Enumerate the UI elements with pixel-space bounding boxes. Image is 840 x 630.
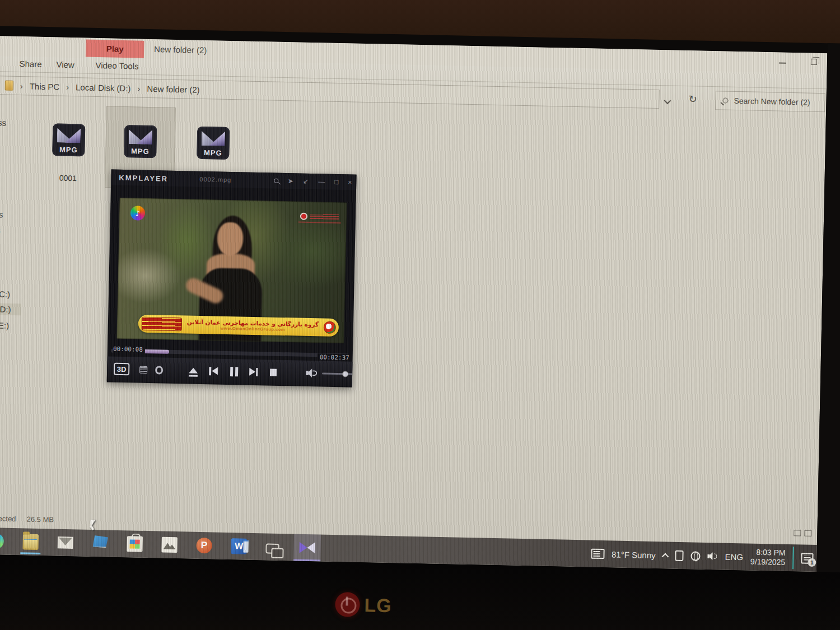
contextual-tab-play[interactable]: Play xyxy=(86,40,144,58)
minimize-button[interactable] xyxy=(779,62,786,63)
kmplayer-logo: KMPLAYER xyxy=(119,173,168,183)
sidebar-item-downloads[interactable]: ads xyxy=(0,225,1,235)
ad-banner-logo-icon xyxy=(324,321,336,334)
pause-button[interactable] xyxy=(230,367,238,376)
mpg-type-badge: MPG xyxy=(197,148,229,157)
search-icon xyxy=(722,97,728,103)
breadcrumb-separator: › xyxy=(64,82,71,91)
powerpoint-icon[interactable]: P xyxy=(196,538,212,554)
previous-button[interactable] xyxy=(209,367,218,375)
search-box[interactable]: Search New folder (2) xyxy=(715,91,825,112)
thumbnail-view-button[interactable] xyxy=(804,530,811,536)
breadcrumb-drive[interactable]: Local Disk (D:) xyxy=(76,82,131,93)
file-explorer-icon[interactable] xyxy=(22,534,39,550)
kmplayer-media-title: 0002.mpg xyxy=(199,176,231,183)
clock-time: 8:03 PM xyxy=(750,547,786,558)
sidebar-item-disk-e[interactable]: sk (E:) xyxy=(0,320,9,330)
mpg-logo-icon xyxy=(137,129,153,144)
open-app-indicator xyxy=(20,552,40,554)
player-search-icon[interactable] xyxy=(274,179,278,183)
tab-video-tools[interactable]: Video Tools xyxy=(95,60,138,71)
open-eject-button[interactable] xyxy=(189,368,198,374)
stop-button[interactable] xyxy=(270,368,277,376)
lg-logo: LG xyxy=(335,592,392,618)
folder-icon xyxy=(5,81,13,91)
mpg-logo-icon xyxy=(209,131,226,146)
mpg-type-badge: MPG xyxy=(124,147,156,156)
details-view-button[interactable] xyxy=(794,530,801,536)
breadcrumb-this-pc[interactable]: This PC xyxy=(30,81,60,91)
refresh-icon[interactable]: ↻ xyxy=(688,93,697,105)
breadcrumb-separator: › xyxy=(135,83,142,93)
volume-icon[interactable] xyxy=(306,368,314,377)
next-button[interactable] xyxy=(249,367,258,376)
ad-banner-redbox xyxy=(142,317,182,332)
language-indicator[interactable]: ENG xyxy=(725,552,743,562)
mpg-type-badge: MPG xyxy=(52,145,85,154)
window-title: New folder (2) xyxy=(154,44,207,55)
tray-divider xyxy=(792,547,794,569)
screen: Play New folder (2) e Share View Video T… xyxy=(0,36,827,572)
sidebar-item-disk-d[interactable]: sk (D:) xyxy=(0,303,21,315)
volume-slider[interactable] xyxy=(322,370,352,378)
kmplayer-icon xyxy=(299,540,315,556)
this-pc-icon[interactable] xyxy=(92,535,108,552)
seek-progress-fill xyxy=(143,349,169,354)
monitor: Play New folder (2) e Share View Video T… xyxy=(0,26,840,630)
file-mpg-3[interactable]: MPG xyxy=(197,127,230,160)
search-placeholder: Search New folder (2) xyxy=(734,96,810,107)
tab-view[interactable]: View xyxy=(56,59,74,69)
connect-icon[interactable] xyxy=(265,543,279,553)
network-icon[interactable] xyxy=(690,551,700,561)
address-dropdown-icon[interactable] xyxy=(664,97,671,104)
kmplayer-window: KMPLAYER 0002.mpg ➤ ↙ — □ × ♪ xyxy=(107,170,357,388)
3d-mode-button[interactable]: 3D xyxy=(114,363,130,376)
sidebar-item-disk-c[interactable]: sk (C:) xyxy=(0,289,10,299)
selection-status: m selected xyxy=(0,514,16,523)
news-widget-icon[interactable] xyxy=(591,549,604,559)
file-mpg-1[interactable]: MPG xyxy=(52,123,85,156)
resize-icon[interactable]: ↙ xyxy=(303,178,309,185)
restore-button[interactable] xyxy=(811,59,817,65)
clock[interactable]: 8:03 PM 9/19/2025 xyxy=(750,547,786,567)
player-controls: 3D xyxy=(107,356,353,386)
sidebar-item-quick-access[interactable]: cess xyxy=(0,118,6,128)
elapsed-time: 00:00:08 xyxy=(113,346,145,353)
clock-date: 9/19/2025 xyxy=(750,557,786,568)
mail-icon[interactable] xyxy=(57,535,73,551)
player-close-icon[interactable]: × xyxy=(348,178,352,186)
kmplayer-titlebar[interactable]: KMPLAYER 0002.mpg ➤ ↙ — □ × xyxy=(111,170,356,190)
volume-tray-icon[interactable] xyxy=(707,552,717,561)
total-duration: 00:02:37 xyxy=(318,353,349,361)
action-center-icon[interactable]: 1 xyxy=(801,553,813,563)
notification-badge: 1 xyxy=(808,558,816,566)
word-icon[interactable]: W xyxy=(231,538,247,554)
breadcrumb-separator: › xyxy=(18,81,25,91)
playlist-icon[interactable] xyxy=(139,366,147,373)
settings-gear-icon[interactable] xyxy=(155,366,164,374)
volume-knob[interactable] xyxy=(342,371,348,377)
photos-icon[interactable] xyxy=(161,537,178,553)
your-phone-icon[interactable] xyxy=(675,550,683,561)
video-area[interactable]: ♪ گروه بازرگانی و خدمات مهاجرتی عمان آنل… xyxy=(116,198,347,343)
mouse-cursor xyxy=(90,520,95,528)
kmplayer-taskbar-active[interactable] xyxy=(293,534,321,562)
breadcrumb-folder[interactable]: New folder (2) xyxy=(147,83,200,94)
broadcaster-logo-icon xyxy=(300,213,339,221)
tray-overflow-icon[interactable] xyxy=(662,553,669,560)
file-mpg-2-selected[interactable]: MPG xyxy=(124,125,157,158)
mpg-logo-icon xyxy=(65,128,81,143)
player-maximize-icon[interactable]: □ xyxy=(334,178,339,186)
system-tray: 81°F Sunny ENG 8:03 PM 9/19/2025 1 xyxy=(591,540,814,572)
sidebar-item-documents[interactable]: ents xyxy=(0,209,3,220)
edge-icon[interactable] xyxy=(0,533,4,549)
pin-icon[interactable]: ➤ xyxy=(288,177,293,185)
file-label-0001[interactable]: 0001 xyxy=(52,173,84,183)
store-icon[interactable] xyxy=(127,536,143,552)
weather-widget[interactable]: 81°F Sunny xyxy=(612,549,656,560)
tab-share[interactable]: Share xyxy=(19,59,41,69)
selection-size: 26.5 MB xyxy=(26,515,54,524)
player-minimize-icon[interactable]: — xyxy=(318,178,325,185)
lg-emblem-icon xyxy=(335,592,360,617)
